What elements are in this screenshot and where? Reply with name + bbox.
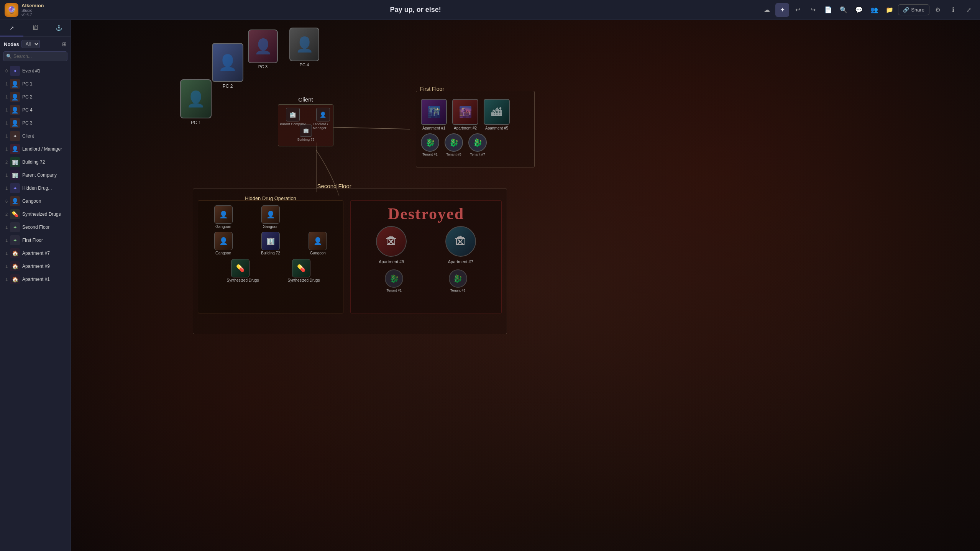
destroyed-tenant-2[interactable]: 🐉 Tenant #2 [449,269,467,292]
apartment-2-card[interactable]: 🌆 Apartment #2 [452,99,478,130]
node-avatar: 👤 [10,79,20,89]
destroyed-tenant-1[interactable]: 🐉 Tenant #1 [385,269,403,292]
building-72-node[interactable]: 🏢 Building 72 [261,232,280,255]
chat-btn[interactable]: 💬 [852,3,866,17]
destroyed-title: Destroyed [351,205,501,223]
nodes-label: Nodes [4,41,19,47]
left-panel: ↗ + 🖼 + ⚓ + 🏷 + ↗ 🖼 ⚓ Nodes All ⊞ 🔍 0 ✦ … [0,0,71,551]
node-avatar: 🏠 [10,274,20,284]
pc4-node[interactable]: 👤 PC 4 [289,28,319,67]
node-avatar: 🏢 [10,157,20,167]
list-item[interactable]: 6 👤 Gangoon [0,195,71,208]
pc3-label: PC 3 [248,64,278,69]
logo-text: Alkemion Studio v0.6.7 [21,3,44,17]
node-avatar: ✦ [10,131,20,141]
list-item[interactable]: 1 🏠 Apartment #7 [0,247,71,260]
destroyed-group: Destroyed 🏚 Apartment #9 🏚 Apartment #7 … [350,200,502,313]
redo-btn[interactable]: ↪ [806,3,820,17]
first-floor-group: First Floor 🌃 Apartment #1 🌆 Apartment #… [416,91,535,167]
list-item[interactable]: 1 👤 Landlord / Manager [0,143,71,156]
search-box: 🔍 [3,51,67,61]
tenant-1-card[interactable]: 🐉 Tenant #1 [421,133,439,156]
title-area: Pay up, or else! [71,6,760,14]
node-avatar: 💊 [10,209,20,219]
share-button[interactable]: 🔗 Share [898,4,929,15]
pc4-label: PC 4 [289,62,319,67]
share-icon: 🔗 [903,7,909,13]
cloud-btn[interactable]: ☁ [760,3,774,17]
pc1-node[interactable]: 👤 PC 1 [180,79,212,125]
second-floor-title: Second Floor [317,183,351,189]
list-item[interactable]: 1 ✦ First Floor [0,234,71,247]
list-item[interactable]: 1 ✦ Hidden Drug... [0,182,71,195]
apartment-5-card[interactable]: 🏙 Apartment #5 [484,99,510,130]
destroyed-apt-9[interactable]: 🏚 Apartment #9 [376,226,407,264]
client-label: Client [298,96,313,103]
page-title: Pay up, or else! [390,6,441,14]
node-avatar: 👤 [10,196,20,206]
node-avatar: 🏠 [10,248,20,258]
tab-share[interactable]: ↗ [0,20,23,36]
list-item[interactable]: 1 ✦ Client [0,130,71,143]
pc2-node[interactable]: 👤 PC 2 [212,43,243,89]
list-item[interactable]: 1 👤 PC 2 [0,90,71,103]
doc-btn[interactable]: 📄 [821,3,835,17]
first-floor-title: First Floor [420,86,444,92]
tab-image[interactable]: 🖼 [23,20,47,36]
list-item[interactable]: 1 🏠 Apartment #9 [0,260,71,273]
list-item[interactable]: 1 ✦ Second Floor [0,221,71,234]
gangoon-1[interactable]: 👤 Gangoon [214,205,233,229]
app-product: Studio v0.6.7 [21,8,44,17]
list-item[interactable]: 0 ✦ Event #1 [0,64,71,77]
list-item[interactable]: 1 👤 PC 1 [0,77,71,90]
gangoon-4[interactable]: 👤 Gangoon [309,232,327,255]
list-item[interactable]: 1 👤 PC 3 [0,116,71,130]
search-icon: 🔍 [6,54,12,59]
search-btn[interactable]: 🔍 [837,3,850,17]
node-avatar: 👤 [10,105,20,115]
hidden-drug-group: Hidden Drug Operation 👤 Gangoon 👤 Gangoo… [198,200,343,313]
filter-dropdown[interactable]: All [21,40,40,48]
panel-tabs: ↗ 🖼 ⚓ [0,20,71,37]
users-btn[interactable]: 👥 [867,3,881,17]
list-item[interactable]: 1 🏢 Parent Company [0,169,71,182]
expand-btn[interactable]: ⤢ [962,3,975,17]
client-node[interactable]: Client 🏢 Parent Company 👤 Landlord / Man… [278,104,333,146]
list-item[interactable]: 2 🏢 Building 72 [0,156,71,169]
settings-btn[interactable]: ⚙ [931,3,945,17]
synth-drugs-2[interactable]: 💊 Synthesized Drugs [288,259,315,282]
tenant-7-card[interactable]: 🐉 Tenant #7 [468,133,487,156]
tenant-5-card[interactable]: 🐉 Tenant #5 [445,133,463,156]
app-logo-icon: 🔮 [5,3,18,17]
node-avatar: ✦ [10,66,20,76]
pc2-label: PC 2 [212,84,243,89]
node-avatar: 🏠 [10,261,20,271]
search-input[interactable] [3,51,67,61]
gangoon-3[interactable]: 👤 Gangoon [214,232,233,255]
apartment-1-card[interactable]: 🌃 Apartment #1 [421,99,447,130]
node-avatar: 👤 [10,92,20,102]
list-item[interactable]: 2 💊 Synthesized Drugs [0,208,71,221]
synth-drugs-1[interactable]: 💊 Synthesized Drugs [227,259,254,282]
list-item[interactable]: 1 🏠 Apartment #1 [0,273,71,286]
filter-grid-btn[interactable]: ⊞ [62,41,67,47]
nodes-list: 0 ✦ Event #1 1 👤 PC 1 1 👤 PC 2 1 👤 PC 4 … [0,64,71,551]
undo-btn[interactable]: ↩ [791,3,804,17]
pc3-node[interactable]: 👤 PC 3 [248,30,278,69]
main-canvas[interactable]: 👤 PC 1 👤 PC 2 👤 PC 3 👤 PC 4 Client 🏢 Par… [71,20,980,551]
app-name: Alkemion [21,3,44,8]
gangoon-2[interactable]: 👤 Gangoon [261,205,280,229]
node-avatar: ✦ [10,183,20,193]
node-avatar: ✦ [10,222,20,232]
help-btn[interactable]: ℹ [946,3,960,17]
node-avatar: 👤 [10,118,20,128]
toolbar-right: ☁ ✦ ↩ ↪ 📄 🔍 💬 👥 📁 🔗 Share ⚙ ℹ ⤢ [760,3,980,17]
destroyed-apt-7[interactable]: 🏚 Apartment #7 [445,226,476,264]
second-floor-group: Second Floor Hidden Drug Operation 👤 Gan… [193,189,507,334]
mode-btn[interactable]: ✦ [775,3,789,17]
tab-anchor[interactable]: ⚓ [47,20,71,36]
node-avatar: 🏢 [10,170,20,180]
list-item[interactable]: 1 👤 PC 4 [0,103,71,116]
file-btn[interactable]: 📁 [883,3,896,17]
top-bar: 🔮 Alkemion Studio v0.6.7 Pay up, or else… [0,0,980,20]
